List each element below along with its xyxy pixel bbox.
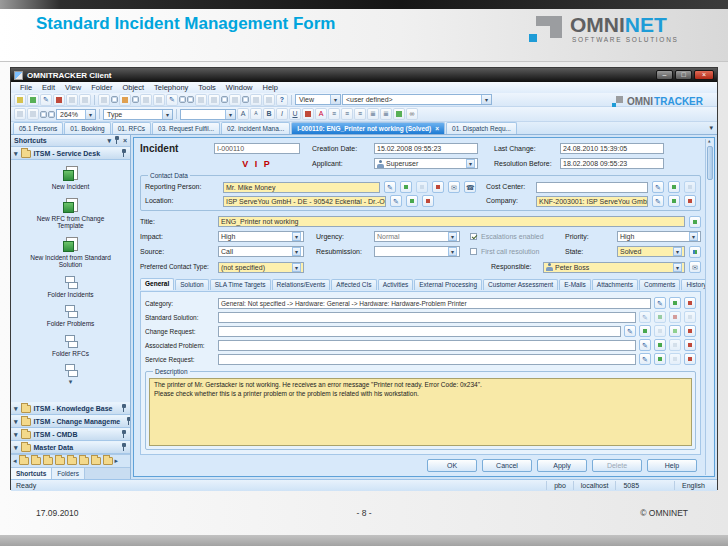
- doc-tab-booking[interactable]: 01. Booking: [64, 122, 110, 134]
- open-icon[interactable]: [669, 353, 681, 365]
- compose-icon[interactable]: [624, 325, 636, 337]
- bold-icon[interactable]: [263, 108, 275, 120]
- details-view-icon[interactable]: [242, 96, 249, 103]
- doc-tab-incident-management[interactable]: 02. Incident Mana...: [221, 122, 290, 134]
- folder-icon[interactable]: [43, 457, 53, 465]
- insert-image-icon[interactable]: [393, 108, 405, 120]
- open-icon[interactable]: [669, 339, 681, 351]
- folder-icon[interactable]: [91, 457, 101, 465]
- select-icon[interactable]: [639, 325, 651, 337]
- help-button[interactable]: Help: [647, 459, 697, 472]
- grow-font-icon[interactable]: [237, 108, 249, 120]
- shortcut-new-incident-standard[interactable]: New Incident from Standard Solution: [11, 237, 130, 269]
- ok-button[interactable]: OK: [427, 459, 477, 472]
- company-field[interactable]: KNF-2003001: ISP ServeYou GmbH: [536, 196, 648, 207]
- user-defined-view-dropdown[interactable]: <user defined>: [342, 94, 492, 105]
- doc-tab-request-fulfilment[interactable]: 03. Request Fulfil...: [152, 122, 220, 134]
- cascade-windows-icon[interactable]: [221, 96, 228, 103]
- pin-icon[interactable]: [121, 404, 127, 413]
- minimize-button[interactable]: [656, 70, 673, 80]
- zoom-level-dropdown[interactable]: 264%: [56, 109, 96, 120]
- tab-shortcuts[interactable]: Shortcuts: [11, 468, 52, 479]
- menu-edit[interactable]: Edit: [37, 83, 60, 92]
- doc-tab-dispatch-request[interactable]: 01. Dispatch Requ...: [446, 122, 517, 134]
- grid-view-icon[interactable]: [250, 94, 262, 106]
- pin-icon[interactable]: [121, 430, 127, 439]
- tab-overflow-icon[interactable]: [709, 124, 713, 132]
- delete-button[interactable]: Delete: [592, 459, 642, 472]
- scrollbar-thumb[interactable]: [707, 146, 713, 180]
- scroll-up-icon[interactable]: [708, 139, 711, 145]
- location-field[interactable]: ISP ServeYou GmbH - DE - 90542 Eckental …: [223, 196, 386, 207]
- scroll-right-icon[interactable]: [115, 456, 119, 466]
- tab-comments[interactable]: Comments: [639, 279, 680, 290]
- contact-card-icon[interactable]: [432, 181, 444, 193]
- record-form-icon[interactable]: [132, 96, 139, 103]
- tab-sla-time-targets[interactable]: SLA Time Targets: [210, 279, 271, 290]
- select-icon[interactable]: [669, 297, 681, 309]
- checkbox-view-icon[interactable]: [140, 94, 152, 106]
- tab-activities[interactable]: Activities: [378, 279, 414, 290]
- dropdown-view-icon[interactable]: [153, 94, 165, 106]
- resubmission-dropdown[interactable]: [374, 246, 460, 257]
- select-icon[interactable]: [654, 311, 666, 323]
- tab-folders[interactable]: Folders: [52, 468, 85, 479]
- pointer-icon[interactable]: [263, 94, 275, 106]
- change-request-field[interactable]: [218, 326, 621, 337]
- new-icon[interactable]: [669, 325, 681, 337]
- close-tab-icon[interactable]: [435, 123, 439, 134]
- escalations-checkbox[interactable]: [470, 233, 477, 240]
- description-textarea[interactable]: The printer of Mr. Gerstacker is not wor…: [149, 378, 692, 446]
- type-dropdown[interactable]: Type: [103, 109, 173, 120]
- shortcut-folder-incidents[interactable]: Folder Incidents: [11, 276, 130, 299]
- unlock-icon[interactable]: [14, 94, 26, 106]
- tab-relations-events[interactable]: Relations/Events: [272, 279, 331, 290]
- tab-affected-cis[interactable]: Affected CIs: [331, 279, 376, 290]
- delete-icon[interactable]: [684, 195, 696, 207]
- lock-icon[interactable]: [53, 94, 65, 106]
- expand-icon[interactable]: [14, 417, 18, 427]
- mail-icon[interactable]: [448, 181, 460, 193]
- menu-object[interactable]: Object: [117, 83, 149, 92]
- print-preview-icon[interactable]: [27, 108, 39, 120]
- folder-icon[interactable]: [19, 457, 29, 465]
- doc-tab-rfcs[interactable]: 01. RFCs: [112, 122, 151, 134]
- form-scrollbar[interactable]: [705, 139, 713, 475]
- expand-icon[interactable]: [14, 443, 18, 453]
- priority-dropdown[interactable]: High: [617, 231, 701, 242]
- shortcut-new-rfc[interactable]: New RFC from Change Template: [11, 198, 130, 230]
- workflow-icon[interactable]: [689, 246, 701, 258]
- menu-view[interactable]: View: [60, 83, 86, 92]
- search-icon[interactable]: [684, 311, 696, 323]
- dropdown-arrow-icon[interactable]: [292, 247, 301, 256]
- select-icon[interactable]: [654, 339, 666, 351]
- underline-icon[interactable]: [289, 108, 301, 120]
- expand-icon[interactable]: [14, 430, 18, 440]
- delete-icon[interactable]: [684, 325, 696, 337]
- collapse-icon[interactable]: [14, 149, 18, 159]
- apply-button[interactable]: Apply: [537, 459, 587, 472]
- shrink-font-icon[interactable]: [250, 108, 262, 120]
- compose-icon[interactable]: [384, 181, 396, 193]
- font-name-dropdown[interactable]: [180, 109, 236, 120]
- responsible-dropdown[interactable]: Peter Boss: [543, 262, 685, 273]
- split-table-icon[interactable]: [187, 96, 194, 103]
- select-icon[interactable]: [654, 353, 666, 365]
- tab-solution[interactable]: Solution: [175, 279, 209, 290]
- zoom-out-icon[interactable]: [48, 111, 55, 118]
- align-left-icon[interactable]: [328, 108, 340, 120]
- compose-icon[interactable]: [639, 353, 651, 365]
- pin-icon[interactable]: [121, 149, 127, 158]
- applicant-dropdown[interactable]: Superuser: [374, 158, 478, 169]
- menu-telephony[interactable]: Telephony: [149, 83, 193, 92]
- expand-icon[interactable]: [14, 404, 18, 414]
- shortcut-partial[interactable]: [11, 364, 130, 387]
- new-record-icon[interactable]: [27, 94, 39, 106]
- save-icon[interactable]: [66, 94, 78, 106]
- zoom-in-icon[interactable]: [40, 111, 47, 118]
- folder-icon[interactable]: [31, 457, 41, 465]
- tab-emails[interactable]: E-Mails: [559, 279, 591, 290]
- table-view-icon[interactable]: [179, 96, 186, 103]
- font-color-icon[interactable]: [302, 108, 314, 120]
- highlight-color-icon[interactable]: [315, 108, 327, 120]
